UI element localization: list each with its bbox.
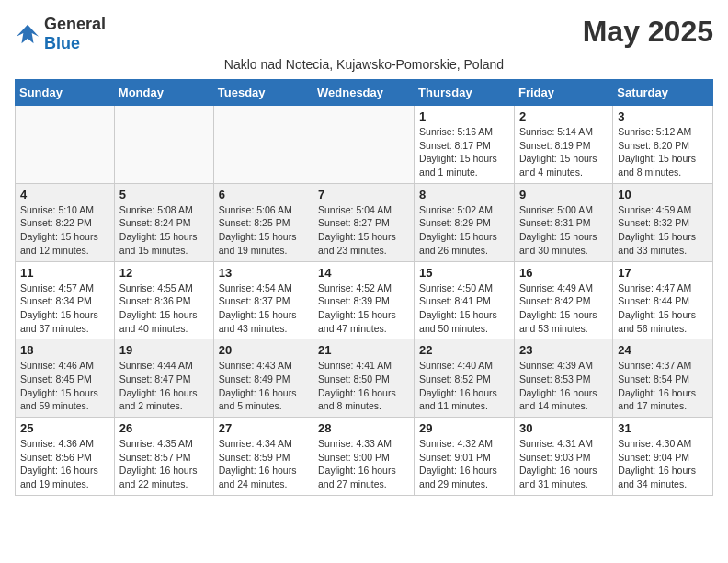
day-number: 31	[618, 421, 708, 435]
day-info: Sunrise: 4:30 AM Sunset: 9:04 PM Dayligh…	[618, 437, 708, 491]
day-number: 12	[119, 266, 209, 280]
calendar-day-cell: 5Sunrise: 5:08 AM Sunset: 8:24 PM Daylig…	[114, 183, 213, 261]
day-number: 24	[618, 343, 708, 357]
calendar-week-row: 11Sunrise: 4:57 AM Sunset: 8:34 PM Dayli…	[16, 261, 713, 339]
calendar-day-cell: 18Sunrise: 4:46 AM Sunset: 8:45 PM Dayli…	[16, 339, 115, 418]
day-info: Sunrise: 4:32 AM Sunset: 9:01 PM Dayligh…	[419, 437, 509, 491]
day-number: 28	[318, 421, 409, 435]
calendar-day-cell: 8Sunrise: 5:02 AM Sunset: 8:29 PM Daylig…	[415, 183, 515, 261]
calendar-day-cell: 1Sunrise: 5:16 AM Sunset: 8:17 PM Daylig…	[415, 106, 515, 184]
day-info: Sunrise: 5:02 AM Sunset: 8:29 PM Dayligh…	[419, 203, 509, 258]
day-number: 27	[219, 421, 308, 435]
calendar-day-cell: 19Sunrise: 4:44 AM Sunset: 8:47 PM Dayli…	[114, 339, 213, 418]
calendar-week-row: 18Sunrise: 4:46 AM Sunset: 8:45 PM Dayli…	[16, 339, 713, 418]
calendar-day-cell: 23Sunrise: 4:39 AM Sunset: 8:53 PM Dayli…	[514, 339, 612, 418]
calendar-day-cell: 2Sunrise: 5:14 AM Sunset: 8:19 PM Daylig…	[514, 106, 612, 184]
day-info: Sunrise: 4:50 AM Sunset: 8:41 PM Dayligh…	[419, 282, 509, 336]
weekday-header-thursday: Thursday	[415, 80, 515, 106]
calendar-day-cell: 25Sunrise: 4:36 AM Sunset: 8:56 PM Dayli…	[16, 418, 115, 496]
day-number: 4	[20, 188, 109, 201]
day-number: 15	[419, 266, 509, 280]
calendar-day-cell: 9Sunrise: 5:00 AM Sunset: 8:31 PM Daylig…	[514, 183, 612, 261]
day-number: 7	[318, 188, 409, 201]
calendar-day-cell: 12Sunrise: 4:55 AM Sunset: 8:36 PM Dayli…	[114, 261, 213, 339]
day-info: Sunrise: 5:12 AM Sunset: 8:20 PM Dayligh…	[618, 125, 708, 179]
calendar-day-cell: 31Sunrise: 4:30 AM Sunset: 9:04 PM Dayli…	[613, 418, 713, 496]
day-number: 1	[419, 109, 509, 123]
calendar-day-cell: 24Sunrise: 4:37 AM Sunset: 8:54 PM Dayli…	[613, 339, 713, 418]
day-info: Sunrise: 4:43 AM Sunset: 8:49 PM Dayligh…	[219, 359, 308, 413]
calendar-day-cell: 26Sunrise: 4:35 AM Sunset: 8:57 PM Dayli…	[114, 418, 213, 496]
day-number: 13	[219, 266, 308, 280]
logo-general-text: General	[44, 15, 106, 33]
calendar-day-cell: 3Sunrise: 5:12 AM Sunset: 8:20 PM Daylig…	[613, 106, 713, 184]
day-number: 18	[20, 343, 109, 357]
day-info: Sunrise: 5:00 AM Sunset: 8:31 PM Dayligh…	[519, 203, 608, 258]
calendar-table: SundayMondayTuesdayWednesdayThursdayFrid…	[15, 79, 713, 496]
calendar-week-row: 1Sunrise: 5:16 AM Sunset: 8:17 PM Daylig…	[16, 106, 713, 184]
day-number: 9	[519, 188, 608, 201]
day-info: Sunrise: 4:31 AM Sunset: 9:03 PM Dayligh…	[519, 437, 608, 491]
calendar-day-cell: 14Sunrise: 4:52 AM Sunset: 8:39 PM Dayli…	[313, 261, 415, 339]
day-number: 5	[119, 188, 209, 201]
day-info: Sunrise: 4:36 AM Sunset: 8:56 PM Dayligh…	[20, 437, 109, 491]
svg-marker-0	[17, 25, 39, 44]
calendar-day-cell	[313, 106, 415, 184]
day-info: Sunrise: 4:39 AM Sunset: 8:53 PM Dayligh…	[519, 359, 608, 413]
day-number: 3	[618, 109, 708, 123]
calendar-day-cell	[16, 106, 115, 184]
day-number: 16	[519, 266, 608, 280]
day-number: 11	[20, 266, 109, 280]
calendar-day-cell: 4Sunrise: 5:10 AM Sunset: 8:22 PM Daylig…	[16, 183, 115, 261]
calendar-day-cell: 15Sunrise: 4:50 AM Sunset: 8:41 PM Dayli…	[415, 261, 515, 339]
calendar-day-cell: 22Sunrise: 4:40 AM Sunset: 8:52 PM Dayli…	[415, 339, 515, 418]
day-number: 6	[219, 188, 308, 201]
weekday-header-friday: Friday	[514, 80, 612, 106]
location-subtitle: Naklo nad Notecia, Kujawsko-Pomorskie, P…	[15, 57, 713, 72]
calendar-day-cell: 27Sunrise: 4:34 AM Sunset: 8:59 PM Dayli…	[213, 418, 313, 496]
calendar-day-cell: 21Sunrise: 4:41 AM Sunset: 8:50 PM Dayli…	[313, 339, 415, 418]
day-number: 17	[618, 266, 708, 280]
day-info: Sunrise: 4:57 AM Sunset: 8:34 PM Dayligh…	[20, 282, 109, 336]
calendar-day-cell: 10Sunrise: 4:59 AM Sunset: 8:32 PM Dayli…	[613, 183, 713, 261]
weekday-header-sunday: Sunday	[16, 80, 115, 106]
day-info: Sunrise: 4:54 AM Sunset: 8:37 PM Dayligh…	[219, 282, 308, 336]
day-info: Sunrise: 5:08 AM Sunset: 8:24 PM Dayligh…	[119, 203, 209, 258]
title-block: May 2025	[583, 15, 713, 49]
day-number: 10	[618, 188, 708, 201]
day-info: Sunrise: 4:49 AM Sunset: 8:42 PM Dayligh…	[519, 282, 608, 336]
logo: General Blue	[15, 15, 106, 53]
day-number: 22	[419, 343, 509, 357]
day-info: Sunrise: 4:35 AM Sunset: 8:57 PM Dayligh…	[119, 437, 209, 491]
calendar-day-cell: 28Sunrise: 4:33 AM Sunset: 9:00 PM Dayli…	[313, 418, 415, 496]
weekday-header-tuesday: Tuesday	[213, 80, 313, 106]
day-info: Sunrise: 4:55 AM Sunset: 8:36 PM Dayligh…	[119, 282, 209, 336]
day-info: Sunrise: 4:37 AM Sunset: 8:54 PM Dayligh…	[618, 359, 708, 413]
day-number: 23	[519, 343, 608, 357]
day-info: Sunrise: 5:16 AM Sunset: 8:17 PM Dayligh…	[419, 125, 509, 179]
day-number: 14	[318, 266, 409, 280]
day-number: 8	[419, 188, 509, 201]
day-info: Sunrise: 4:59 AM Sunset: 8:32 PM Dayligh…	[618, 203, 708, 258]
calendar-day-cell: 30Sunrise: 4:31 AM Sunset: 9:03 PM Dayli…	[514, 418, 612, 496]
day-info: Sunrise: 4:41 AM Sunset: 8:50 PM Dayligh…	[318, 359, 409, 413]
calendar-day-cell: 20Sunrise: 4:43 AM Sunset: 8:49 PM Dayli…	[213, 339, 313, 418]
logo-blue-text: Blue	[44, 34, 80, 52]
calendar-day-cell: 11Sunrise: 4:57 AM Sunset: 8:34 PM Dayli…	[16, 261, 115, 339]
calendar-day-cell: 17Sunrise: 4:47 AM Sunset: 8:44 PM Dayli…	[613, 261, 713, 339]
calendar-day-cell: 29Sunrise: 4:32 AM Sunset: 9:01 PM Dayli…	[415, 418, 515, 496]
day-info: Sunrise: 4:34 AM Sunset: 8:59 PM Dayligh…	[219, 437, 308, 491]
weekday-header-wednesday: Wednesday	[313, 80, 415, 106]
weekday-header-monday: Monday	[114, 80, 213, 106]
day-number: 30	[519, 421, 608, 435]
day-info: Sunrise: 5:06 AM Sunset: 8:25 PM Dayligh…	[219, 203, 308, 258]
day-number: 26	[119, 421, 209, 435]
calendar-header-row: SundayMondayTuesdayWednesdayThursdayFrid…	[16, 80, 713, 106]
day-info: Sunrise: 4:52 AM Sunset: 8:39 PM Dayligh…	[318, 282, 409, 336]
day-info: Sunrise: 4:33 AM Sunset: 9:00 PM Dayligh…	[318, 437, 409, 491]
calendar-day-cell: 13Sunrise: 4:54 AM Sunset: 8:37 PM Dayli…	[213, 261, 313, 339]
day-number: 20	[219, 343, 308, 357]
day-info: Sunrise: 5:04 AM Sunset: 8:27 PM Dayligh…	[318, 203, 409, 258]
day-number: 19	[119, 343, 209, 357]
calendar-day-cell: 6Sunrise: 5:06 AM Sunset: 8:25 PM Daylig…	[213, 183, 313, 261]
